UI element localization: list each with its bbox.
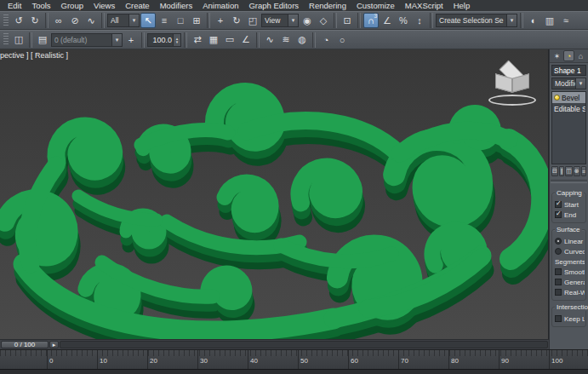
window-toggle-button[interactable]: ◫ [11,32,26,48]
viewcube-ring[interactable] [488,95,536,106]
modifier-stack[interactable]: BevelEditable Spline [551,91,586,164]
model-ornament[interactable] [0,49,549,339]
toolbar-separator [357,13,361,28]
window-crossing-button[interactable]: ⊞ [189,13,204,28]
curved-sides-label: Curved Sides [564,248,585,256]
configure-stack-button[interactable]: ≡ [581,166,586,176]
perspective-viewport[interactable]: pective ] [ Realistic ] [0,49,549,339]
reference-coordinate-dropdown[interactable]: View▾ [261,14,299,27]
rectangular-selection-region-button[interactable]: □ [173,13,188,28]
smooth-row[interactable]: Smooth Across Levels [553,267,585,277]
array-button[interactable]: ▦ [206,32,221,48]
chevron-down-icon[interactable]: ▾ [575,78,585,89]
generate-mapping-row[interactable]: Generate Mapping Coords. [553,277,585,287]
snapshot-button[interactable]: ◔ [318,32,334,48]
bind-to-space-warp-button[interactable]: ∿ [83,13,99,28]
keyboard-override-button[interactable]: ⊡ [340,13,355,28]
select-and-move-button[interactable]: + [213,13,228,28]
menu-help[interactable]: Help [448,0,476,11]
align-tool-button[interactable]: ▭ [222,32,237,48]
linear-sides-row[interactable]: Linear Sides [553,236,585,246]
time-slider-track[interactable] [60,341,548,348]
angle-snap-button[interactable]: ∠ [380,13,395,28]
select-and-manipulate-button[interactable]: ◇ [316,13,331,28]
capping-end-row[interactable]: End [553,210,585,220]
percent-snap-button[interactable]: % [396,13,411,28]
viewport-label[interactable]: pective ] [ Realistic ] [0,51,68,60]
capping-start-row[interactable]: Start [553,199,585,210]
modifier-list-dropdown[interactable]: Modifier List ▾ [551,78,586,89]
select-by-name-button[interactable]: ≡ [157,13,172,28]
linear-sides-radio[interactable] [555,238,562,245]
percent-value-field[interactable]: 100.0▴▾ [147,33,181,47]
menu-tools[interactable]: Tools [26,0,55,11]
stack-item-editable-spline[interactable]: Editable Spline [552,103,585,114]
curved-sides-radio[interactable] [555,248,562,255]
curve-graph-button[interactable]: ∿ [262,32,277,48]
modifier-bulb-icon[interactable] [554,95,560,101]
menu-customize[interactable]: Customize [351,0,400,11]
menu-modifiers[interactable]: Modifiers [155,0,198,11]
menu-maxscript[interactable]: MAXScript [400,0,448,11]
viewcube[interactable] [488,63,536,107]
named-selection-sets-dropdown[interactable]: Create Selection Se▾ [436,14,517,27]
curve-editor-button[interactable]: ≈ [558,13,574,28]
menu-views[interactable]: Views [88,0,120,11]
menu-rendering[interactable]: Rendering [304,0,351,11]
next-frame-button[interactable]: ▸ [49,341,59,348]
select-and-rotate-button[interactable]: ↻ [229,13,244,28]
select-and-link-button[interactable]: ∞ [51,13,66,28]
chevron-down-icon[interactable]: ▾ [288,14,298,26]
layers-dropdown[interactable]: 0 (default)▾ [51,33,123,47]
keep-lines-row[interactable]: Keep Lines From Crossing [553,314,585,324]
keep-lines-checkbox[interactable] [555,315,562,322]
redo-button[interactable]: ↻ [27,13,43,28]
menu-create[interactable]: Create [120,0,155,11]
object-name-field[interactable]: Shape 1 [551,65,586,76]
start-checkbox[interactable] [555,201,562,208]
real-world-checkbox[interactable] [555,289,562,296]
waveform-button[interactable]: ≋ [278,32,294,48]
real-world-row[interactable]: Real-World Map Size [553,287,585,297]
end-checkbox[interactable] [555,211,562,218]
curved-sides-row[interactable]: Curved Sides [553,246,585,256]
remove-modifier-button[interactable]: ⊗ [574,166,580,176]
chevron-down-icon[interactable]: ▾ [111,34,122,46]
menu-group[interactable]: Group [56,0,88,11]
hierarchy-tab[interactable]: ⌂ [575,50,586,61]
generate-mapping-checkbox[interactable] [555,279,562,285]
timeline-ruler[interactable]: 0102030405060708090100 [0,349,588,369]
time-slider[interactable]: 0 / 100 [1,341,49,348]
create-new-layer-button[interactable]: + [123,32,139,48]
spinner-snap-button[interactable]: ↕ [412,13,427,28]
mirror-tool-button[interactable]: ⇄ [190,32,205,48]
spinner-arrows-icon[interactable]: ▴▾ [173,34,180,46]
real-world-label: Real-World Map Size [564,289,585,296]
create-tab[interactable]: ✶ [551,50,562,61]
selection-filter-dropdown[interactable]: All▾ [107,14,140,27]
pin-stack-button[interactable]: ⊟ [551,166,558,176]
menu-animation[interactable]: Animation [197,0,243,11]
mirror-button[interactable]: ◐ [526,13,541,28]
show-end-result-button[interactable]: ∥ [559,166,564,176]
chevron-down-icon[interactable]: ▾ [128,14,139,26]
measure-button[interactable]: ○ [334,32,350,48]
modify-tab[interactable]: ◔ [563,50,574,61]
snaps-toggle-button[interactable]: ∩3 [363,13,379,28]
select-object-button[interactable]: ↖ [140,13,156,28]
normal-align-button[interactable]: ∠ [238,32,254,48]
stack-item-label: Editable Spline [554,105,585,113]
select-and-scale-button[interactable]: ◰ [245,13,260,28]
smooth-checkbox[interactable] [555,268,562,275]
layers-icon[interactable]: ▤ [35,32,50,48]
menu-graph-editors[interactable]: Graph Editors [243,0,304,11]
unlink-selection-button[interactable]: ⊘ [67,13,83,28]
schematic-view-button[interactable]: ◍ [294,32,310,48]
menu-edit[interactable]: Edit [3,0,26,11]
make-unique-button[interactable]: ◫ [565,166,573,176]
stack-item-bevel[interactable]: Bevel [552,92,585,103]
use-pivot-center-button[interactable]: ◉ [300,13,315,28]
undo-button[interactable]: ↺ [11,13,26,28]
chevron-down-icon[interactable]: ▾ [506,14,517,26]
align-button[interactable]: ▥ [542,13,557,28]
